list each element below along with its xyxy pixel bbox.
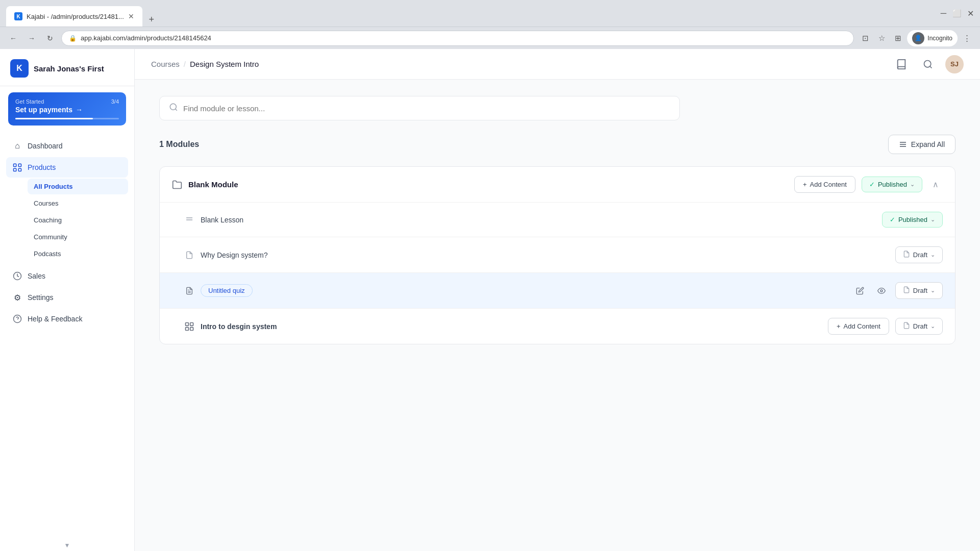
extension-icon[interactable]: ⊞ [891, 31, 905, 45]
lesson-actions-intro-design: + Add Content Draft ⌄ [828, 318, 943, 335]
user-avatar-button[interactable]: SJ [945, 55, 964, 73]
doc-icon-quiz [903, 286, 910, 295]
svg-rect-0 [14, 164, 16, 166]
sidebar-item-settings[interactable]: ⚙ Settings [6, 287, 128, 308]
module-add-content-button[interactable]: + Add Content [794, 176, 855, 193]
search-button[interactable] [919, 55, 937, 73]
expand-all-label: Expand All [911, 140, 945, 148]
doc-icon-why-design [903, 251, 910, 259]
edit-quiz-button[interactable] [852, 283, 868, 298]
chevron-down-module: ⌄ [910, 181, 915, 188]
plus-icon-module: + [803, 181, 807, 188]
sidebar-item-sales[interactable]: Sales [6, 266, 128, 286]
sidebar-item-all-products[interactable]: All Products [28, 179, 128, 194]
lesson-actions-why-design: Draft ⌄ [895, 246, 943, 263]
chevron-down-blank-lesson: ⌄ [930, 216, 935, 223]
chevron-down-submodule: ⌄ [930, 323, 935, 330]
svg-line-8 [930, 66, 932, 68]
top-bar-actions: SJ [892, 55, 964, 73]
brand-name: Sarah Jonas's First [34, 64, 104, 73]
module-title: Blank Module [188, 180, 788, 189]
sidebar-item-help[interactable]: Help & Feedback [6, 309, 128, 329]
submodule-icon [184, 321, 194, 332]
gs-title: Set up payments → [15, 106, 119, 114]
lesson-row-blank-lesson: Blank Lesson ✓ Published ⌄ [160, 203, 955, 237]
cast-icon[interactable]: ⊡ [858, 31, 872, 45]
module-header-row: Blank Module + Add Content ✓ Published ⌄… [160, 167, 955, 203]
sidebar-item-label-products: Products [28, 163, 56, 171]
expand-all-button[interactable]: Expand All [888, 135, 955, 154]
top-bar: Courses / Design System Intro [135, 49, 980, 80]
submodule-add-content-button[interactable]: + Add Content [828, 318, 889, 335]
sidebar-item-community[interactable]: Community [28, 229, 128, 245]
more-options-icon[interactable]: ⋮ [960, 31, 974, 45]
brand: K Sarah Jonas's First [10, 59, 124, 78]
doc-icon-submodule [903, 322, 910, 331]
svg-rect-19 [186, 322, 189, 325]
quiz-icon [184, 286, 194, 296]
search-input[interactable] [183, 104, 670, 113]
help-icon [12, 314, 22, 324]
gs-progress-fill [15, 118, 93, 119]
sidebar-item-label-help: Help & Feedback [28, 315, 82, 323]
window-close[interactable]: ✕ [967, 9, 974, 18]
address-bar[interactable]: 🔒 app.kajabi.com/admin/products/21481456… [61, 31, 854, 46]
folder-icon [172, 180, 182, 190]
settings-icon: ⚙ [12, 292, 22, 303]
incognito-button[interactable]: 👤 Incognito [907, 30, 958, 46]
breadcrumb-current: Design System Intro [190, 60, 259, 68]
lesson-status-untitled-quiz[interactable]: Draft ⌄ [895, 282, 943, 299]
gs-label: Get Started 3/4 [15, 98, 119, 105]
lesson-status-why-design[interactable]: Draft ⌄ [895, 246, 943, 263]
search-icon [169, 103, 178, 114]
search-bar [159, 96, 680, 120]
preview-quiz-button[interactable] [874, 283, 889, 298]
chevron-down-why-design: ⌄ [930, 252, 935, 258]
sidebar-item-courses[interactable]: Courses [28, 195, 128, 211]
sales-icon [12, 271, 22, 281]
sidebar-item-label-dashboard: Dashboard [28, 142, 63, 150]
svg-rect-3 [18, 168, 21, 171]
book-icon-button[interactable] [892, 55, 911, 73]
module-status-published[interactable]: ✓ Published ⌄ [862, 177, 922, 192]
lesson-row-intro-design: Intro to desgin system + Add Content [160, 309, 955, 344]
forward-button[interactable]: → [24, 31, 39, 45]
submodule-status-draft[interactable]: Draft ⌄ [895, 318, 943, 335]
bookmark-icon[interactable]: ☆ [874, 31, 889, 45]
tab-title: Kajabi - /admin/products/21481... [27, 13, 124, 20]
sidebar-item-coaching[interactable]: Coaching [28, 212, 128, 228]
document-icon-why-design [184, 250, 194, 260]
sidebar-item-products[interactable]: Products [6, 157, 128, 178]
lesson-title-why-design: Why Design system? [201, 251, 889, 259]
sidebar: K Sarah Jonas's First Get Started 3/4 Se… [0, 49, 135, 551]
svg-point-18 [880, 290, 883, 292]
brand-logo: K [10, 59, 29, 78]
lesson-actions-untitled-quiz: Draft ⌄ [852, 282, 943, 299]
lesson-drag-icon [184, 215, 194, 225]
sidebar-nav: ⌂ Dashboard Products All Prod [0, 132, 134, 551]
sidebar-item-podcasts[interactable]: Podcasts [28, 246, 128, 262]
sidebar-item-dashboard[interactable]: ⌂ Dashboard [6, 136, 128, 156]
svg-line-10 [175, 109, 177, 110]
main-content: Courses / Design System Intro [135, 49, 980, 551]
tab-close-icon[interactable]: ✕ [128, 12, 134, 20]
check-icon-blank-lesson: ✓ [890, 216, 895, 223]
quiz-badge: Untitled quiz [201, 284, 253, 297]
sidebar-item-label-settings: Settings [28, 293, 54, 302]
new-tab-button[interactable]: + [144, 12, 159, 27]
get-started-banner[interactable]: Get Started 3/4 Set up payments → [8, 92, 126, 126]
chevron-down-quiz: ⌄ [930, 287, 935, 294]
modules-header: 1 Modules Expand All [159, 135, 955, 154]
breadcrumb-courses[interactable]: Courses [151, 60, 180, 68]
window-minimize[interactable]: ─ [941, 9, 946, 18]
back-button[interactable]: ← [6, 31, 20, 45]
sidebar-header: K Sarah Jonas's First [0, 49, 134, 86]
collapse-module-button[interactable]: ∧ [928, 178, 943, 192]
active-tab[interactable]: K Kajabi - /admin/products/21481... ✕ [6, 6, 142, 27]
search-bar-container [159, 96, 955, 120]
window-maximize[interactable]: ⬜ [952, 9, 961, 17]
check-icon-module: ✓ [869, 181, 875, 188]
lesson-status-blank-lesson[interactable]: ✓ Published ⌄ [882, 212, 943, 228]
reload-button[interactable]: ↻ [43, 31, 57, 45]
module-actions: + Add Content ✓ Published ⌄ ∧ [794, 176, 943, 193]
